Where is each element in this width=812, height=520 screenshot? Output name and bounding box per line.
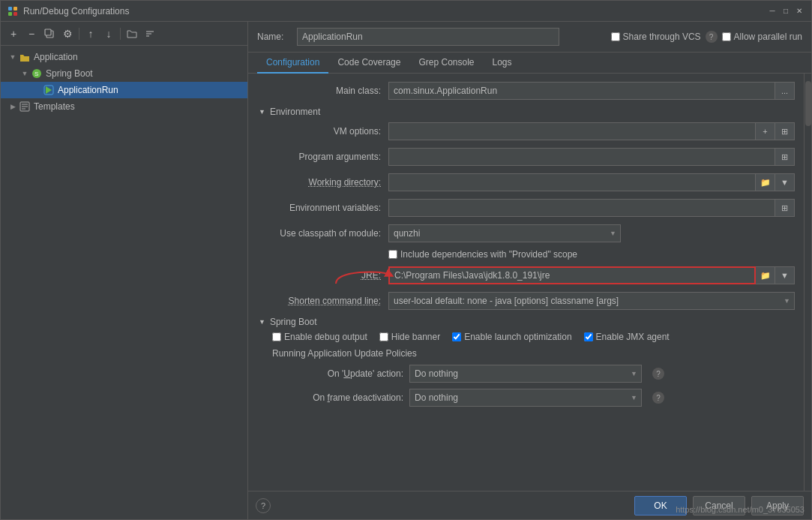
run-config-icon bbox=[43, 84, 55, 96]
template-icon bbox=[19, 101, 31, 113]
window-icon bbox=[7, 5, 19, 17]
folder-button[interactable] bbox=[124, 26, 140, 42]
hide-banner-checkbox[interactable] bbox=[379, 332, 388, 341]
tree-item-app-run[interactable]: ▶ ApplicationRun bbox=[1, 82, 247, 98]
working-dir-input[interactable] bbox=[388, 173, 756, 191]
program-args-label: Program arguments: bbox=[257, 152, 388, 162]
vm-options-row: VM options: + ⊞ bbox=[257, 122, 795, 141]
copy-config-button[interactable] bbox=[41, 26, 58, 42]
classpath-row: Use classpath of module: qunzhi bbox=[257, 224, 795, 243]
vm-browse-button[interactable]: ⊞ bbox=[775, 122, 795, 140]
shorten-cmd-select[interactable]: user-local default: none - java [options… bbox=[388, 292, 795, 310]
tree-item-templates-label: Templates bbox=[34, 101, 75, 112]
apply-button[interactable]: Apply bbox=[751, 496, 804, 515]
environment-expand-button[interactable]: ▼ bbox=[257, 107, 267, 117]
svg-text:S: S bbox=[34, 71, 38, 77]
sort-button[interactable] bbox=[142, 26, 158, 42]
right-panel: Name: Share through VCS ? Allow parallel… bbox=[248, 22, 811, 519]
main-class-input[interactable] bbox=[388, 82, 775, 100]
tree-item-spring-boot-label: Spring Boot bbox=[46, 68, 93, 79]
tree-item-app-run-label: ApplicationRun bbox=[58, 85, 118, 95]
move-up-button[interactable]: ↑ bbox=[82, 26, 99, 42]
include-deps-label: Include dependencies with "Provided" sco… bbox=[400, 249, 577, 260]
right-scrollbar[interactable] bbox=[804, 74, 811, 491]
form-area: Main class: ... ▼ Environment VM options… bbox=[248, 74, 804, 491]
move-down-button[interactable]: ↓ bbox=[100, 26, 117, 42]
jre-row: JRE: bbox=[257, 266, 795, 285]
tree-item-templates[interactable]: ▶ Templates bbox=[1, 98, 247, 115]
working-dir-dropdown[interactable]: ▼ bbox=[775, 173, 795, 191]
env-vars-label: Environment variables: bbox=[257, 203, 388, 213]
on-update-row: On 'Update' action: Do nothing Update cl… bbox=[272, 365, 795, 383]
tab-grep-console[interactable]: Grep Console bbox=[409, 53, 483, 74]
close-button[interactable]: ✕ bbox=[793, 5, 805, 17]
tab-configuration[interactable]: Configuration bbox=[257, 53, 328, 74]
spring-icon: S bbox=[31, 68, 43, 80]
svg-rect-3 bbox=[13, 12, 17, 16]
jre-input[interactable] bbox=[388, 266, 756, 284]
add-config-button[interactable]: + bbox=[5, 26, 22, 42]
main-class-label: Main class: bbox=[257, 86, 388, 96]
spring-expand-button[interactable]: ▼ bbox=[257, 317, 267, 327]
share-area: Share through VCS ? Allow parallel run bbox=[611, 31, 802, 43]
debug-output-checkbox[interactable] bbox=[272, 332, 281, 341]
environment-section-header: ▼ Environment bbox=[257, 107, 795, 117]
bottom-left: ? bbox=[256, 498, 271, 513]
settings-button[interactable]: ⚙ bbox=[59, 26, 76, 42]
main-class-row: Main class: ... bbox=[257, 81, 795, 101]
svg-rect-0 bbox=[8, 7, 12, 11]
include-deps-row: Include dependencies with "Provided" sco… bbox=[388, 249, 795, 260]
on-frame-label: On frame deactivation: bbox=[272, 392, 403, 403]
window-title: Run/Debug Configurations bbox=[23, 6, 766, 17]
policies-section: Running Application Update Policies On '… bbox=[272, 348, 795, 407]
env-vars-input[interactable] bbox=[388, 199, 775, 217]
cancel-button[interactable]: Cancel bbox=[693, 496, 745, 515]
allow-parallel-checkbox[interactable] bbox=[722, 32, 731, 41]
share-vcs-label[interactable]: Share through VCS bbox=[611, 32, 701, 42]
jmx-agent-checkbox[interactable] bbox=[584, 332, 593, 341]
launch-opt-checkbox[interactable] bbox=[452, 332, 461, 341]
program-args-row: Program arguments: ⊞ bbox=[257, 147, 795, 167]
minimize-button[interactable]: ─ bbox=[766, 5, 778, 17]
include-deps-checkbox[interactable] bbox=[388, 250, 397, 259]
tree-item-application[interactable]: ▼ Application bbox=[1, 49, 247, 65]
working-dir-row: Working directory: 📁 ▼ bbox=[257, 173, 795, 192]
tree-item-spring-boot[interactable]: ▼ S Spring Boot bbox=[1, 65, 247, 82]
jmx-agent-item: Enable JMX agent bbox=[584, 332, 670, 342]
share-vcs-help-icon[interactable]: ? bbox=[706, 31, 718, 43]
args-expand-button[interactable]: ⊞ bbox=[775, 148, 795, 166]
tab-logs[interactable]: Logs bbox=[484, 53, 521, 74]
env-vars-browse-button[interactable]: ⊞ bbox=[775, 199, 795, 217]
bottom-right: OK Cancel Apply bbox=[634, 496, 804, 515]
share-vcs-checkbox[interactable] bbox=[611, 32, 620, 41]
program-args-field: ⊞ bbox=[388, 148, 795, 166]
classpath-select[interactable]: qunzhi bbox=[388, 224, 621, 242]
jmx-agent-label: Enable JMX agent bbox=[596, 332, 670, 342]
tabs-bar: Configuration Code Coverage Grep Console… bbox=[248, 53, 811, 74]
maximize-button[interactable]: □ bbox=[780, 5, 792, 17]
spring-boot-section-label: Spring Boot bbox=[270, 317, 317, 327]
working-dir-browse-button[interactable]: 📁 bbox=[756, 173, 775, 191]
allow-parallel-label[interactable]: Allow parallel run bbox=[722, 32, 802, 42]
on-frame-select[interactable]: Do nothing Update classes and resources … bbox=[409, 389, 642, 407]
svg-rect-2 bbox=[8, 12, 12, 16]
remove-config-button[interactable]: − bbox=[23, 26, 40, 42]
working-dir-label: Working directory: bbox=[257, 177, 388, 188]
on-frame-help-icon[interactable]: ? bbox=[652, 392, 664, 404]
main-class-browse-button[interactable]: ... bbox=[775, 82, 795, 100]
on-update-select[interactable]: Do nothing Update classes and resources … bbox=[409, 365, 642, 383]
vm-expand-button[interactable]: + bbox=[756, 122, 775, 140]
jre-label: JRE: bbox=[257, 270, 388, 281]
spring-checkboxes: Enable debug output Hide banner Enable l… bbox=[272, 332, 795, 342]
help-button[interactable]: ? bbox=[256, 498, 271, 513]
vm-options-input[interactable] bbox=[388, 122, 756, 140]
jre-field: 📁 ▼ bbox=[388, 266, 795, 284]
jre-browse-button[interactable]: 📁 bbox=[756, 266, 775, 284]
tab-code-coverage[interactable]: Code Coverage bbox=[328, 53, 409, 74]
program-args-input[interactable] bbox=[388, 148, 775, 166]
debug-output-item: Enable debug output bbox=[272, 332, 367, 342]
on-update-help-icon[interactable]: ? bbox=[652, 368, 664, 380]
ok-button[interactable]: OK bbox=[634, 496, 687, 515]
jre-dropdown-button[interactable]: ▼ bbox=[775, 266, 795, 284]
name-input[interactable] bbox=[297, 28, 559, 46]
